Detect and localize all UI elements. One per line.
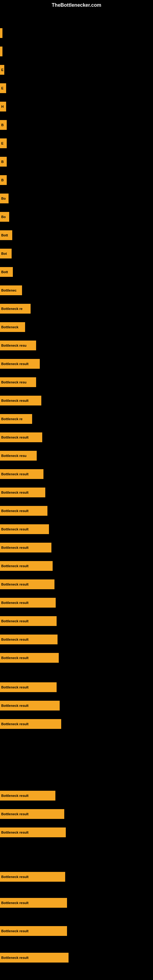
bar: B (0, 120, 7, 130)
bar: Bottleneck result (0, 701, 60, 711)
bar: Bott (0, 230, 12, 240)
bar-row: Bottlenec (0, 282, 153, 299)
bar-row: Bottleneck result (0, 484, 153, 501)
bar-row: Bottleneck result (0, 715, 153, 732)
bar: Bottleneck result (0, 682, 57, 692)
bar-row: Bottleneck result (0, 520, 153, 538)
bar-row: Bott (0, 263, 153, 280)
bar: B (0, 175, 7, 185)
bar-row: Bottleneck result (0, 392, 153, 409)
bar-row: Bottleneck (0, 318, 153, 335)
bar: Bottleneck resu (0, 340, 36, 350)
bar: Bottleneck result (0, 542, 51, 552)
bar: Bottleneck result (0, 809, 64, 819)
bar-row: Bot (0, 245, 153, 262)
bar: Bottleneck result (0, 635, 57, 644)
bar-row: Bott (0, 227, 153, 243)
bar-row (0, 43, 153, 60)
bar (0, 28, 2, 38)
bar: Bottleneck resu (0, 451, 37, 461)
bar: E (0, 138, 7, 148)
bar: B (0, 157, 7, 167)
bar-row: Bottleneck result (0, 824, 153, 841)
bar: Bottleneck result (0, 433, 42, 442)
bar: Bottleneck result (0, 827, 66, 837)
bar: Bottlenec (0, 285, 22, 295)
bar-row: Bo (0, 208, 153, 225)
bar: Bottleneck result (0, 719, 61, 729)
bar-row: B (0, 172, 153, 188)
bar-row: Bottleneck resu (0, 337, 153, 354)
bar: Bottleneck result (0, 561, 53, 571)
bar: Bottleneck re (0, 304, 30, 313)
bar: Bottleneck result (0, 598, 56, 608)
bar: Bottleneck result (0, 506, 48, 516)
bar: Bo (0, 194, 9, 204)
bar: Bottleneck result (0, 926, 67, 936)
bar-row: Bottleneck result (0, 466, 153, 482)
bar: Bottleneck result (0, 872, 65, 882)
bar-row: Bottleneck result (0, 594, 153, 611)
bar-row: Bottleneck result (0, 679, 153, 695)
site-title: TheBottlenecker.com (52, 2, 101, 8)
bar: Bottleneck result (0, 579, 54, 589)
bar: Bottleneck resu (0, 377, 36, 387)
bar-row: Bottleneck re (0, 300, 153, 317)
bar: Bottleneck result (0, 359, 40, 369)
bar: Bottleneck result (0, 616, 57, 626)
bar-row: Bottleneck result (0, 923, 153, 939)
bar: Bottleneck result (0, 898, 67, 908)
bar: Bottleneck re (0, 414, 32, 424)
bar-row: E (0, 61, 153, 78)
bar-row: Bottleneck result (0, 631, 153, 648)
bar-row: Bottleneck resu (0, 374, 153, 390)
bar-row: B (0, 116, 153, 133)
bar-row: Bottleneck result (0, 787, 153, 804)
bar-row: Bottleneck result (0, 539, 153, 556)
bar-row: Bottleneck result (0, 697, 153, 714)
bar: Bottleneck result (0, 488, 45, 497)
bar-row: Bottleneck result (0, 868, 153, 885)
bar-row: Bottleneck result (0, 576, 153, 593)
bar: Bottleneck result (0, 524, 49, 534)
bar-row: Bottleneck result (0, 355, 153, 372)
bar-row: Bottleneck resu (0, 447, 153, 464)
bar (0, 46, 2, 56)
bar: Bottleneck result (0, 396, 41, 406)
bar-row: Bottleneck result (0, 805, 153, 822)
bar-row: E (0, 135, 153, 151)
bar-row: Bottleneck result (0, 557, 153, 574)
bar: Bottleneck result (0, 469, 43, 479)
bar: Bottleneck (0, 322, 25, 332)
bar: Bott (0, 267, 13, 277)
bar-row: Bo (0, 190, 153, 207)
bar-row: Bottleneck re (0, 410, 153, 427)
bar-row: Bottleneck result (0, 976, 153, 980)
bar: Bottleneck result (0, 791, 56, 800)
bar-row: Bottleneck result (0, 502, 153, 519)
bar: Bo (0, 212, 9, 222)
bar: Bottleneck result (0, 653, 59, 663)
bar-row: Bottleneck result (0, 649, 153, 666)
bar: E (0, 83, 6, 93)
bar: Bot (0, 249, 12, 258)
bar: Bottleneck result (0, 953, 69, 963)
bar-row: Bottleneck result (0, 612, 153, 629)
bar-row: Bottleneck result (0, 429, 153, 445)
bar: H (0, 102, 6, 111)
bar: E (0, 65, 4, 75)
bar-row: Bottleneck result (0, 894, 153, 911)
bar-row: H (0, 98, 153, 115)
bar-row: Bottleneck result (0, 949, 153, 966)
bar-row: B (0, 153, 153, 170)
bar-row: E (0, 80, 153, 97)
bar-row (0, 24, 153, 41)
